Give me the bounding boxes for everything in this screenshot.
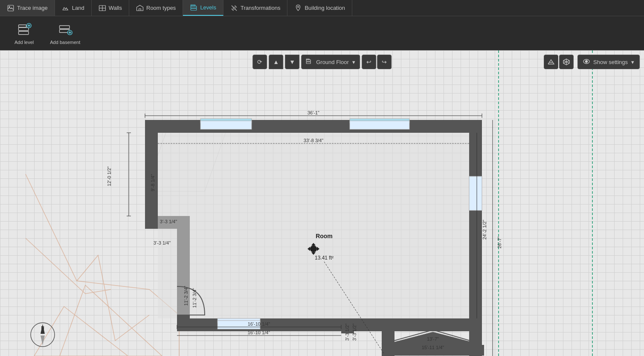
building-location-icon <box>294 4 302 12</box>
dim-bottom-left-v: 11'-2 3/4" <box>183 286 189 306</box>
svg-rect-17 <box>59 26 69 29</box>
nav-land-label: Land <box>72 5 84 11</box>
chevron-up-icon: ▲ <box>273 58 279 65</box>
undo-button[interactable]: ↩ <box>362 55 376 69</box>
nav-trace-image-label: Trace image <box>17 5 48 11</box>
floor-plan-svg: 36'-1" 33'-8 3/4" 12'-0 1/2" 9'-8 1/4" 3… <box>0 50 644 356</box>
dim-step-width-2: 3'-3 1/4" <box>154 240 171 245</box>
redo-button[interactable]: ↪ <box>377 55 392 69</box>
level-dropdown[interactable]: Ground Floor ▾ <box>301 55 360 69</box>
wall-left-upper <box>145 120 158 216</box>
add-basement-label: Add basement <box>50 40 80 45</box>
nav-walls[interactable]: Walls <box>92 0 129 16</box>
svg-rect-24 <box>306 59 309 60</box>
svg-rect-6 <box>191 8 197 10</box>
svg-point-1 <box>9 6 10 7</box>
compass: N <box>30 322 55 347</box>
undo-icon: ↩ <box>366 58 371 65</box>
dim-left-height: 12'-0 1/2" <box>107 166 112 186</box>
current-level-label: Ground Floor <box>316 59 349 65</box>
dim-step-width-1: 3'-3 1/4" <box>160 219 177 224</box>
nav-building-location[interactable]: Building location <box>287 0 352 16</box>
nav-room-types-label: Room types <box>146 5 176 11</box>
svg-rect-38 <box>177 315 190 319</box>
undo-redo-group: ↩ ↪ <box>362 55 392 69</box>
levels-icon <box>190 4 197 12</box>
dim-right-h2: 26'-7" <box>497 236 502 248</box>
svg-rect-22 <box>306 62 310 64</box>
secondary-toolbar: Add level Add basement <box>0 16 644 50</box>
nav-walls-label: Walls <box>109 5 122 11</box>
room-label: Room <box>316 233 333 239</box>
svg-rect-12 <box>18 27 28 30</box>
dim-bottom-w1: 16'-10 1/4" <box>248 321 270 327</box>
wall-right-lower <box>469 318 482 356</box>
svg-text:N: N <box>41 326 44 330</box>
transformations-icon <box>230 4 238 12</box>
room-types-icon <box>136 4 144 12</box>
nav-trace-image[interactable]: Trace image <box>0 0 55 16</box>
dim-top-width: 36'-1" <box>307 110 319 115</box>
dim-bottom-w2: 16'-10 1/4" <box>248 330 270 335</box>
room-area: 13.41 ft² <box>315 255 334 261</box>
svg-rect-11 <box>18 31 28 34</box>
3d-view-button[interactable] <box>559 55 574 69</box>
walls-icon <box>99 4 106 12</box>
refresh-button[interactable]: ⟳ <box>252 55 267 69</box>
nav-levels[interactable]: Levels <box>183 0 223 16</box>
svg-marker-5 <box>137 5 143 11</box>
dim-far-r: 13'-7" <box>427 336 439 341</box>
2d-view-button[interactable] <box>544 55 558 69</box>
add-basement-icon <box>58 22 73 37</box>
show-settings-chevron-icon: ▾ <box>631 59 634 65</box>
dim-inner-left: 9'-8 1/4" <box>150 174 155 191</box>
dim-bottom-inner-v: 11'-2 3/4" <box>192 288 197 308</box>
chevron-down-icon: ▼ <box>289 58 295 65</box>
level-icon <box>306 58 313 66</box>
level-down-button[interactable]: ▼ <box>285 55 299 69</box>
dim-right-h1: 24'-2 1/2" <box>482 220 487 239</box>
top-navigation: Trace image Land Walls Room types <box>0 0 644 16</box>
svg-point-26 <box>586 60 588 62</box>
room-fill <box>158 133 469 318</box>
dim-br-2: 3'-3 1/2" <box>352 324 357 341</box>
svg-rect-36 <box>200 121 252 129</box>
wall-right <box>469 120 482 333</box>
nav-levels-label: Levels <box>200 4 216 11</box>
dropdown-arrow-icon: ▾ <box>352 59 355 65</box>
svg-rect-13 <box>18 25 26 27</box>
view-mode-group <box>544 55 574 69</box>
svg-point-10 <box>298 6 299 7</box>
nav-transformations-label: Transformations <box>241 5 280 11</box>
svg-rect-8 <box>191 5 196 6</box>
eye-icon <box>583 58 590 66</box>
dim-far-r2: 15'-11 1/4" <box>422 345 444 350</box>
nav-land[interactable]: Land <box>55 0 92 16</box>
redo-icon: ↪ <box>382 58 387 65</box>
svg-point-54 <box>310 245 317 252</box>
add-basement-button[interactable]: Add basement <box>44 18 86 48</box>
svg-rect-23 <box>306 60 310 61</box>
refresh-icon: ⟳ <box>257 58 262 65</box>
image-icon <box>7 4 15 12</box>
add-level-icon <box>17 22 32 37</box>
window-right <box>469 176 482 210</box>
wall-vert-right-lower <box>382 318 395 356</box>
svg-point-9 <box>233 7 235 9</box>
show-settings-label: Show settings <box>593 59 628 65</box>
svg-marker-61 <box>41 336 45 345</box>
nav-transformations[interactable]: Transformations <box>223 0 287 16</box>
add-level-label: Add level <box>15 40 34 45</box>
dim-br-1: 3'-3 1/2" <box>345 324 350 341</box>
canvas-floating-toolbar: ⟳ ▲ ▼ Ground Floor ▾ ↩ ↪ <box>252 55 392 69</box>
wall-top <box>145 120 482 133</box>
svg-rect-37 <box>350 121 409 129</box>
show-settings-button[interactable]: Show settings ▾ <box>577 55 640 69</box>
canvas-area: ⟳ ▲ ▼ Ground Floor ▾ ↩ ↪ <box>0 50 644 356</box>
dim-inner-top: 33'-8 3/4" <box>304 138 323 143</box>
level-up-button[interactable]: ▲ <box>269 55 283 69</box>
svg-rect-7 <box>191 6 197 8</box>
land-icon <box>62 4 70 12</box>
add-level-button[interactable]: Add level <box>9 18 40 48</box>
nav-room-types[interactable]: Room types <box>129 0 183 16</box>
